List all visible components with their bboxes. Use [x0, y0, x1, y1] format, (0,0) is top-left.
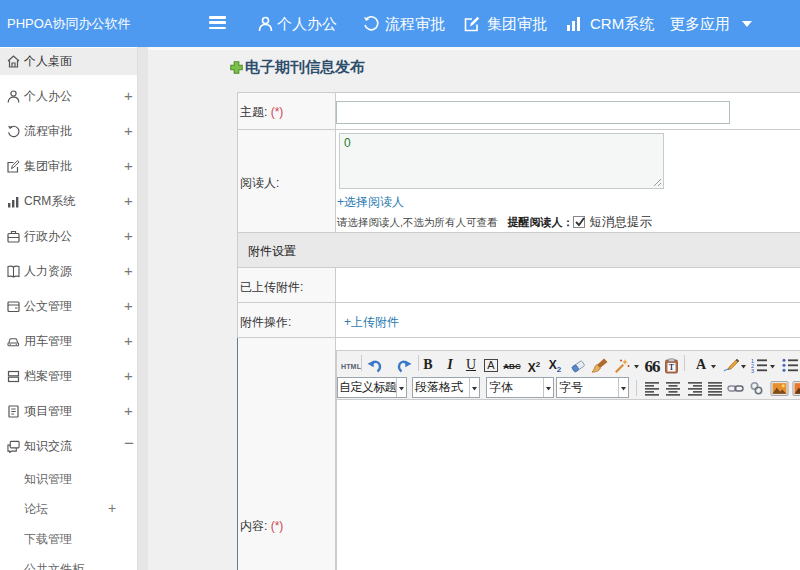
svg-text:3: 3 — [751, 368, 754, 373]
svg-text:T: T — [668, 363, 674, 372]
